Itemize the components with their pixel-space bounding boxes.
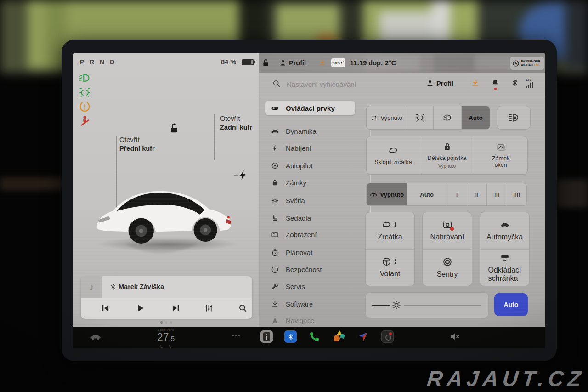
wipers-speed-4-segment[interactable]: IIII xyxy=(507,183,526,205)
bluetooth-status-icon[interactable] xyxy=(511,79,519,87)
car-status-button[interactable] xyxy=(89,330,102,343)
parking-lights-segment[interactable] xyxy=(407,106,434,129)
menu-item-software[interactable]: Software xyxy=(265,296,355,311)
gear-indicator[interactable]: P R N D xyxy=(80,58,116,66)
wipers-speed-3-segment[interactable]: III xyxy=(487,183,507,205)
seat-heater-right-icon xyxy=(168,344,172,348)
menu-item-servis[interactable]: Servis xyxy=(265,279,355,294)
media-source-title[interactable]: Marek Záviška xyxy=(119,283,164,290)
sentry-button[interactable]: Sentry xyxy=(423,250,472,286)
album-art[interactable]: ♪ xyxy=(81,276,102,298)
media-play-button[interactable] xyxy=(136,303,145,313)
adjust-steering-button[interactable]: Volant xyxy=(366,250,414,286)
brightness-sun-handle[interactable] xyxy=(391,300,401,310)
bottom-app-dock: Zahřívání 27.5 ••• xyxy=(73,327,545,348)
headlights-off-segment[interactable]: Vypnuto xyxy=(367,106,407,129)
phone-app-icon[interactable] xyxy=(309,331,320,342)
brightness-slider[interactable] xyxy=(365,292,489,318)
nav-arrow-icon xyxy=(271,317,279,324)
open-rear-trunk-button[interactable]: Otevřít Zadní kufr xyxy=(220,114,252,132)
toybox-app-icon[interactable] xyxy=(333,330,345,343)
low-beam-segment[interactable] xyxy=(434,106,461,129)
software-update-available-icon[interactable] xyxy=(318,59,326,67)
open-front-trunk-button[interactable]: Otevřít Přední kufr xyxy=(119,136,155,153)
menu-item-ovladaci-prvky[interactable]: Ovládací prvky xyxy=(265,101,355,115)
screen: P R N D 84 % Otevřít Přední kufr xyxy=(73,53,545,348)
media-search-button[interactable] xyxy=(238,303,248,313)
menu-item-nabijeni[interactable]: Nabíjení xyxy=(265,141,355,155)
rear-trunk-action: Otevřít xyxy=(220,114,252,123)
vehicle-rendering[interactable] xyxy=(91,176,241,245)
menu-item-dynamika[interactable]: Dynamika xyxy=(265,124,355,138)
dashboard-trim-left xyxy=(0,177,64,190)
media-page-dots xyxy=(160,321,172,324)
sun-icon xyxy=(371,114,378,121)
wipers-speed-2-segment[interactable]: II xyxy=(467,183,487,205)
notifications-bell-icon[interactable] xyxy=(491,79,499,87)
driver-profile-button[interactable]: Profil xyxy=(289,59,306,67)
locks-row: Sklopit zrcátka Dětská pojistka Vypnuto … xyxy=(366,136,528,175)
bluetooth-app-icon[interactable] xyxy=(284,330,297,343)
front-trunk-label: Přední kufr xyxy=(119,144,155,153)
wipers-off-segment[interactable]: Vypnuto xyxy=(367,183,407,205)
dashcam-red-dot xyxy=(389,332,392,335)
wiper-mode-control: Vypnuto Auto I II III IIII xyxy=(366,183,527,206)
display-auto-button[interactable]: Auto xyxy=(494,293,528,316)
child-lock-button[interactable]: Dětská pojistka Vypnuto xyxy=(420,136,474,174)
adjust-mirrors-button[interactable]: Zrcátka xyxy=(366,212,414,250)
menu-item-autopilot[interactable]: Autopilot xyxy=(265,158,355,173)
media-previous-button[interactable] xyxy=(101,303,110,313)
charge-port-bolt-icon[interactable] xyxy=(237,169,249,181)
unlocked-icon[interactable] xyxy=(168,122,180,134)
volume-muted-icon[interactable] xyxy=(449,331,460,342)
grid-column-3: Automyčka Odkládací schránka xyxy=(480,212,530,286)
grid-column-2: Nahrávání Sentry xyxy=(422,212,472,286)
navigation-app-icon[interactable] xyxy=(357,330,369,342)
seat-icon xyxy=(271,214,279,222)
settings-search-bar[interactable]: Nastavení vyhledávání Profil LTE xyxy=(259,73,545,96)
menu-item-zamky[interactable]: Zámky xyxy=(265,175,355,190)
sos-label: sos xyxy=(332,60,339,65)
lock-status-icon[interactable] xyxy=(261,58,270,68)
headlights-auto-segment[interactable]: Auto xyxy=(462,106,490,129)
menu-item-sedadla[interactable]: Sedadla xyxy=(265,210,355,225)
window-lock-icon xyxy=(496,142,506,152)
more-apps-button[interactable]: ••• xyxy=(232,332,241,339)
search-placeholder: Nastavení vyhledávání xyxy=(287,80,356,88)
phonebook-app-icon[interactable] xyxy=(260,330,273,343)
recording-button[interactable]: Nahrávání xyxy=(423,212,472,250)
rear-trunk-leader-line xyxy=(214,114,215,160)
auto-high-beam-button[interactable] xyxy=(497,106,531,130)
media-equalizer-button[interactable] xyxy=(204,303,214,313)
menu-item-navigace[interactable]: Navigace xyxy=(265,313,355,327)
search-icon xyxy=(272,79,281,88)
outside-temperature: 2°C xyxy=(385,59,396,67)
climate-temperature-control[interactable]: Zahřívání 27.5 xyxy=(147,328,185,348)
passenger-airbag-badge: PASSENGER AIRBAG ON xyxy=(510,57,544,70)
steering-wheel-icon xyxy=(271,162,279,170)
car-wash-button[interactable]: Automyčka xyxy=(480,212,529,250)
dashcam-app-icon[interactable] xyxy=(381,330,394,343)
fold-mirrors-button[interactable]: Sklopit zrcátka xyxy=(367,136,420,174)
wipers-speed-1-segment[interactable]: I xyxy=(447,183,467,205)
profile-menu-button[interactable]: Profil xyxy=(436,80,453,87)
glovebox-button[interactable]: Odkládací schránka xyxy=(480,250,529,286)
alert-circle-icon xyxy=(271,266,279,273)
sun-icon xyxy=(271,197,279,205)
photo-of-tesla-screen: P R N D 84 % Otevřít Přední kufr xyxy=(0,0,588,392)
menu-item-svetla[interactable]: Světla xyxy=(265,193,355,208)
window-lock-button[interactable]: Zámek oken xyxy=(474,136,527,174)
sos-badge[interactable]: sos xyxy=(331,58,345,67)
wipers-auto-segment[interactable]: Auto xyxy=(407,183,447,205)
lte-label: LTE xyxy=(526,78,531,81)
headlight-mode-control: Vypnuto Auto xyxy=(366,106,490,130)
software-update-icon[interactable] xyxy=(471,79,480,87)
airbag-off-icon xyxy=(512,60,520,67)
media-next-button[interactable] xyxy=(171,303,181,313)
download-icon xyxy=(271,300,279,308)
notification-dot xyxy=(494,88,497,90)
menu-item-zobrazeni[interactable]: Zobrazení xyxy=(265,227,355,242)
airbag-line1: PASSENGER xyxy=(521,60,540,63)
menu-item-bezpecnost[interactable]: Bezpečnost xyxy=(265,262,355,277)
menu-item-planovat[interactable]: Plánovat xyxy=(265,245,355,260)
